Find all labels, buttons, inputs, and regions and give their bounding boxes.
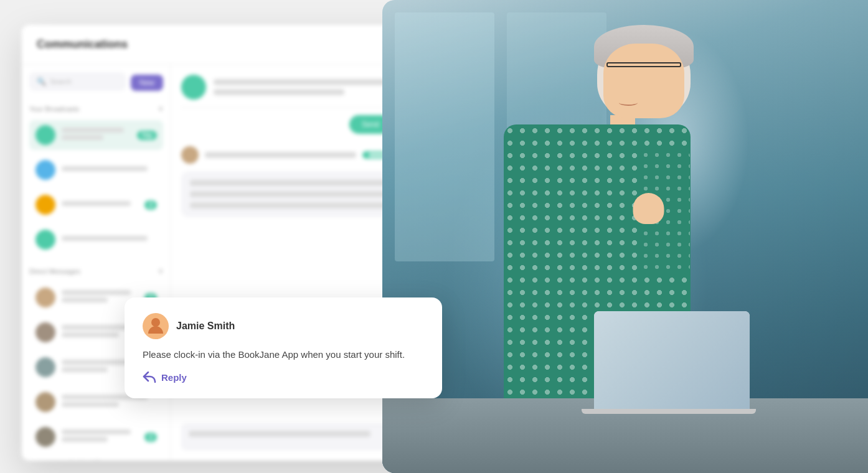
reply-label: Reply <box>161 372 187 383</box>
chevron-icon: ∨ <box>158 267 163 275</box>
message-avatar <box>143 313 169 339</box>
badge: 2 <box>144 200 157 210</box>
window-pane-1 <box>395 12 494 261</box>
laptop-base <box>582 409 756 414</box>
message-body: Please clock-in via the BookJane App whe… <box>143 348 424 362</box>
item-line-1 <box>62 360 131 365</box>
item-line-2 <box>62 135 103 140</box>
avatar <box>35 357 55 377</box>
message-author-avatar <box>181 146 199 164</box>
broadcasts-section-title: Your Broadcasts ∨ <box>29 102 163 115</box>
face <box>603 44 684 118</box>
reply-arrow-icon <box>143 372 156 383</box>
item-line-1 <box>62 429 131 434</box>
sidebar-item-broadcast-1[interactable]: Tdy <box>29 120 163 150</box>
item-text <box>62 166 157 174</box>
avatar <box>35 392 55 412</box>
item-line-1 <box>62 166 148 171</box>
sidebar-item-broadcast-3[interactable]: 2 <box>29 190 163 220</box>
sidebar-item-broadcast-4[interactable] <box>29 225 163 255</box>
conversation-avatar <box>181 75 206 100</box>
screen-content <box>594 311 750 411</box>
reply-button[interactable]: Reply <box>143 372 187 383</box>
message-author-name <box>205 152 356 158</box>
avatar <box>35 288 55 307</box>
conversation-name-line <box>214 79 410 85</box>
badge: 2 <box>144 433 157 442</box>
chevron-icon: ∨ <box>158 105 163 113</box>
avatar <box>35 230 55 250</box>
conversation-detail-line <box>214 89 344 95</box>
glasses <box>606 62 681 67</box>
sidebar: 🔍 Search New Your Broadcasts ∨ Tdy <box>22 65 171 461</box>
avatar <box>35 125 55 145</box>
item-text <box>62 128 131 143</box>
avatar <box>35 195 55 215</box>
person-avatar-icon <box>148 317 164 335</box>
item-text <box>62 236 157 243</box>
item-line-1 <box>62 201 131 206</box>
photo-section <box>382 0 868 473</box>
message-card-header: Jamie Smith <box>143 313 424 339</box>
msg-line-3 <box>190 202 407 208</box>
avatar <box>35 322 55 342</box>
item-text <box>62 201 138 208</box>
item-line-1 <box>62 290 131 295</box>
search-icon: 🔍 <box>37 77 46 86</box>
badge: Tdy <box>137 131 157 140</box>
smile <box>619 100 638 106</box>
item-line-2 <box>62 297 108 302</box>
search-label: Search <box>50 78 72 85</box>
input-placeholder-line <box>189 431 370 437</box>
item-text <box>62 429 138 444</box>
photo-background <box>382 0 868 473</box>
avatar <box>35 427 55 447</box>
sidebar-item-dm-5[interactable]: 2 <box>29 422 163 452</box>
new-button[interactable]: New <box>131 75 163 91</box>
sender-name: Jamie Smith <box>176 321 235 332</box>
message-card: Jamie Smith Please clock-in via the Book… <box>125 297 442 399</box>
item-line-2 <box>62 367 108 372</box>
app-title: Communications <box>37 38 128 51</box>
item-line-1 <box>62 236 148 241</box>
svg-point-2 <box>151 318 160 327</box>
direct-messages-section-title: Direct Messages ∨ <box>29 265 163 278</box>
avatar <box>35 160 55 180</box>
laptop-screen <box>594 311 750 411</box>
item-line-2 <box>62 332 119 337</box>
item-line-2 <box>62 402 119 407</box>
person-head <box>597 31 691 118</box>
item-line-1 <box>62 128 124 133</box>
search-bar[interactable]: 🔍 Search <box>29 72 126 91</box>
archived-label: Archived Messages <box>29 459 163 461</box>
hand <box>633 193 664 224</box>
sidebar-item-broadcast-2[interactable] <box>29 155 163 185</box>
item-line-2 <box>62 437 108 442</box>
